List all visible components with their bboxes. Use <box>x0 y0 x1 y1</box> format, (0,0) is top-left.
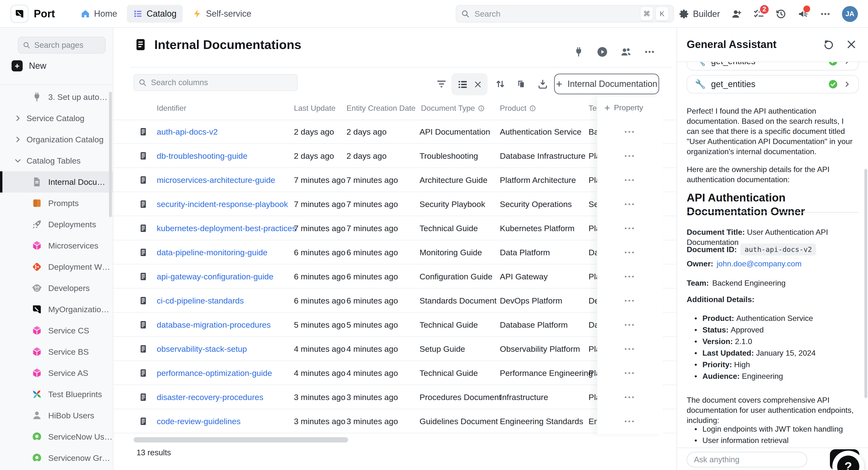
tasks-button[interactable]: 2 <box>753 8 764 20</box>
row-identifier-link[interactable]: ci-cd-pipeline-standards <box>157 289 244 313</box>
copy-button[interactable] <box>516 79 527 89</box>
close-panel-button[interactable] <box>846 39 857 50</box>
table-search-input[interactable] <box>151 78 293 87</box>
history-button[interactable] <box>775 8 786 20</box>
row-identifier-link[interactable]: observability-stack-setup <box>157 337 247 361</box>
row-actions-button[interactable]: ••• <box>597 216 663 240</box>
sidebar-item-test-blueprints[interactable]: Test Blueprints <box>0 384 113 405</box>
sidebar-item-label: Service BS <box>48 347 89 357</box>
row-actions-button[interactable]: ••• <box>597 240 663 264</box>
people-icon <box>620 46 632 58</box>
row-actions-button[interactable]: ••• <box>597 289 663 313</box>
list-view-button[interactable] <box>457 79 468 90</box>
column-header-product[interactable]: Product <box>500 104 536 113</box>
row-actions-button[interactable]: ••• <box>597 144 663 168</box>
sort-button[interactable] <box>495 79 506 89</box>
sidebar-scrollbar[interactable] <box>109 92 112 217</box>
add-entity-button[interactable]: + Internal Documentation <box>554 74 659 94</box>
sidebar-item-deployment-w[interactable]: Deployment W… <box>0 256 113 277</box>
chevron-right-icon[interactable] <box>843 81 850 88</box>
sidebar-item-myorganizatio[interactable]: MyOrganizatio… <box>0 299 113 320</box>
sidebar-item-microservices[interactable]: Microservices <box>0 235 113 256</box>
row-actions-button[interactable]: ••• <box>597 120 663 144</box>
row-actions-button[interactable]: ••• <box>597 337 663 361</box>
row-identifier-link[interactable]: database-migration-procedures <box>157 313 271 337</box>
row-document-type: Troubleshooting <box>420 144 478 168</box>
sidebar-item-servicenow-gr[interactable]: Servicenow Gr… <box>0 447 113 469</box>
column-header-last-update[interactable]: Last Update <box>294 104 336 113</box>
header-divider <box>130 67 672 67</box>
sidebar-item-3-set-up-auto[interactable]: 3. Set up auto… <box>0 86 113 108</box>
integrations-button[interactable] <box>573 46 585 58</box>
row-actions-button[interactable]: ••• <box>597 361 663 385</box>
sidebar-search-input[interactable] <box>34 40 101 50</box>
tool-call-card[interactable]: 🔧 get_entities <box>687 62 859 70</box>
row-actions-button[interactable]: ••• <box>597 168 663 192</box>
sidebar-item-service-catalog[interactable]: Service Catalog <box>0 108 113 129</box>
row-actions-button[interactable]: ••• <box>597 409 663 433</box>
row-identifier-link[interactable]: db-troubleshooting-guide <box>157 144 247 168</box>
row-identifier-link[interactable]: microservices-architecture-guide <box>157 168 275 192</box>
new-page-button[interactable]: + New <box>11 60 46 71</box>
filter-button[interactable] <box>436 79 447 89</box>
row-identifier-link[interactable]: api-gateway-configuration-guide <box>157 264 273 289</box>
clear-view-button[interactable] <box>473 80 483 89</box>
row-identifier-link[interactable]: code-review-guidelines <box>157 409 241 433</box>
reset-conversation-button[interactable] <box>823 39 834 50</box>
ask-anything-input[interactable] <box>687 452 807 467</box>
builder-button[interactable]: Builder <box>679 9 720 19</box>
sidebar-item-service-bs[interactable]: Service BS <box>0 341 113 362</box>
document-icon <box>31 176 42 187</box>
tool-call-card[interactable]: 🔧 get_entities <box>687 75 859 93</box>
column-header-identifier[interactable]: Identifier <box>157 104 186 113</box>
assistant-scrollbar[interactable] <box>864 169 867 398</box>
sidebar-item-servicenow-us[interactable]: ServiceNow Us… <box>0 426 113 447</box>
sidebar-item-service-as[interactable]: Service AS <box>0 362 113 384</box>
global-search-input[interactable] <box>474 9 638 19</box>
download-button[interactable] <box>537 79 548 89</box>
sidebar-item-developers[interactable]: Developers <box>0 277 113 299</box>
sidebar-item-prompts[interactable]: Prompts <box>0 193 113 214</box>
search-icon <box>138 79 147 87</box>
owner-email-link[interactable]: john.doe@company.com <box>717 259 802 268</box>
page-more-button[interactable] <box>644 46 655 58</box>
user-avatar[interactable]: JA <box>842 6 858 22</box>
nav-catalog[interactable]: Catalog <box>127 5 183 23</box>
sidebar-item-hibob-users[interactable]: HiBob Users <box>0 405 113 426</box>
sidebar-item-catalog-tables[interactable]: Catalog Tables <box>0 150 113 171</box>
row-actions-button[interactable]: ••• <box>597 313 663 337</box>
row-identifier-link[interactable]: security-incident-response-playbook <box>157 192 288 216</box>
row-identifier-link[interactable]: disaster-recovery-procedures <box>157 385 263 409</box>
more-options-button[interactable] <box>820 8 831 20</box>
global-search[interactable]: ⌘ K <box>456 5 674 23</box>
message-divider <box>687 212 859 212</box>
sidebar-item-internal-docu[interactable]: Internal Docu… <box>0 171 113 193</box>
sidebar-item-deployments[interactable]: Deployments <box>0 214 113 235</box>
play-button[interactable] <box>596 46 608 58</box>
port-logo[interactable] <box>10 5 28 23</box>
invite-members-button[interactable] <box>731 8 742 20</box>
row-identifier-link[interactable]: kubernetes-deployment-best-practices <box>157 216 296 240</box>
column-header-entity-creation-date[interactable]: Entity Creation Date <box>346 104 415 113</box>
table-search[interactable] <box>133 74 298 91</box>
nav-home[interactable]: Home <box>74 5 123 23</box>
sidebar-item-service-cs[interactable]: Service CS <box>0 320 113 341</box>
row-actions-button[interactable]: ••• <box>597 385 663 409</box>
row-identifier-link[interactable]: data-pipeline-monitoring-guide <box>157 240 268 264</box>
chevron-right-icon[interactable] <box>843 62 850 65</box>
audience-button[interactable] <box>620 46 632 58</box>
row-identifier-link[interactable]: auth-api-docs-v2 <box>157 120 218 144</box>
cube-icon <box>31 346 42 357</box>
sidebar-search[interactable] <box>18 37 105 54</box>
results-count: 13 results <box>136 448 171 457</box>
ellipsis-icon <box>644 46 655 58</box>
horizontal-scrollbar[interactable] <box>133 437 348 442</box>
add-property-button[interactable]: + Property <box>604 103 643 112</box>
row-identifier-link[interactable]: performance-optimization-guide <box>157 361 272 385</box>
row-actions-button[interactable]: ••• <box>597 192 663 216</box>
announcements-button[interactable] <box>798 8 809 20</box>
column-header-document-type[interactable]: Document Type <box>421 104 485 113</box>
sidebar-item-organization-catalog[interactable]: Organization Catalog <box>0 129 113 150</box>
row-actions-button[interactable]: ••• <box>597 264 663 289</box>
nav-self-service[interactable]: Self-service <box>186 5 257 23</box>
